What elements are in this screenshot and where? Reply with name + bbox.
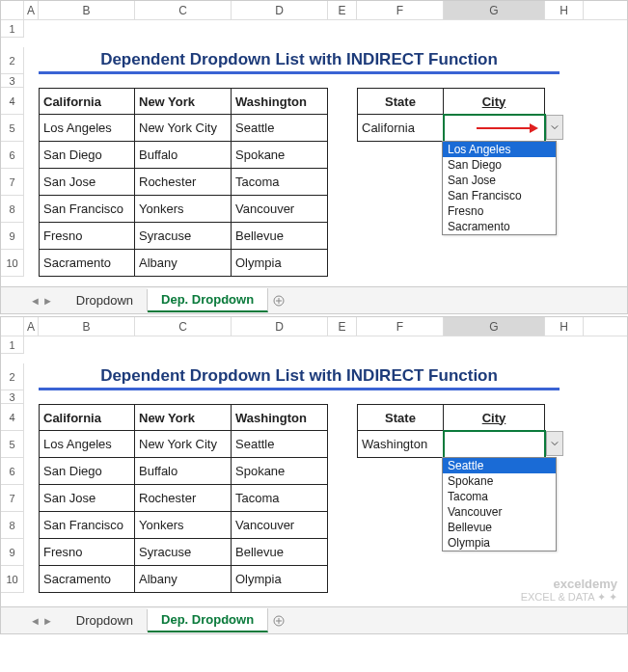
row-head-4[interactable]: 4 [1,88,24,115]
cell-B8[interactable]: San Francisco [39,512,135,539]
col-head-D[interactable]: D [232,317,328,336]
row-head-7[interactable]: 7 [1,485,24,512]
cell-B10[interactable]: Sacramento [39,566,135,593]
dropdown-option[interactable]: Olympia [443,535,556,551]
dropdown-list[interactable]: Seattle Spokane Tacoma Vancouver Bellevu… [442,457,557,551]
row-head-1[interactable]: 1 [1,20,24,38]
dropdown-option[interactable]: Tacoma [443,489,556,504]
cell-C8[interactable]: Yonkers [135,512,232,539]
src-header-california[interactable]: California [39,404,135,431]
cell-D5[interactable]: Seattle [232,115,328,142]
cell-B5[interactable]: Los Angeles [39,115,135,142]
col-head-H[interactable]: H [545,317,584,336]
row-head-8[interactable]: 8 [1,512,24,539]
dropdown-option[interactable]: San Jose [443,173,556,188]
lookup-header-city[interactable]: City [444,404,545,431]
row-head-9[interactable]: 9 [1,539,24,566]
cell-D7[interactable]: Tacoma [232,485,328,512]
col-head-H[interactable]: H [545,1,584,19]
col-head-E[interactable]: E [328,1,357,19]
cell-C9[interactable]: Syracuse [135,223,232,250]
cell-D10[interactable]: Olympia [232,250,328,277]
add-sheet-button[interactable] [268,615,289,627]
col-head-G[interactable]: G [444,317,545,336]
dropdown-option[interactable]: Fresno [443,203,556,219]
row-head-2[interactable]: 2 [1,47,24,74]
col-head-D[interactable]: D [232,1,328,19]
cell-D6[interactable]: Spokane [232,458,328,485]
cell-D9[interactable]: Bellevue [232,539,328,566]
cell-D8[interactable]: Vancouver [232,196,328,223]
row-head-6[interactable]: 6 [1,458,24,485]
row-head-3[interactable]: 3 [1,390,24,404]
add-sheet-button[interactable] [268,295,289,307]
dropdown-option[interactable]: Sacramento [443,219,556,234]
src-header-california[interactable]: California [39,88,135,115]
cell-D9[interactable]: Bellevue [232,223,328,250]
lookup-header-state[interactable]: State [357,88,444,115]
select-all-corner[interactable] [1,1,24,19]
dropdown-list[interactable]: Los Angeles San Diego San Jose San Franc… [442,141,557,235]
state-value-cell[interactable]: Washington [357,431,444,458]
row-head-3[interactable]: 3 [1,74,24,88]
src-header-washington[interactable]: Washington [232,404,328,431]
cell-C8[interactable]: Yonkers [135,196,232,223]
cell-C7[interactable]: Rochester [135,169,232,196]
tab-dropdown[interactable]: Dropdown [63,289,148,311]
dropdown-option[interactable]: Spokane [443,473,556,489]
cell-B7[interactable]: San Jose [39,169,135,196]
row-head-5[interactable]: 5 [1,431,24,458]
cell[interactable] [24,20,39,38]
cell-D10[interactable]: Olympia [232,566,328,593]
tab-dep-dropdown[interactable]: Dep. Dropdown [148,288,268,312]
row-head-8[interactable]: 8 [1,196,24,223]
cell-B9[interactable]: Fresno [39,539,135,566]
select-all-corner[interactable] [1,317,24,336]
col-head-A[interactable]: A [24,317,39,336]
cell-C9[interactable]: Syracuse [135,539,232,566]
lookup-header-state[interactable]: State [357,404,444,431]
cell-D8[interactable]: Vancouver [232,512,328,539]
cell-B5[interactable]: Los Angeles [39,431,135,458]
dropdown-option[interactable]: Bellevue [443,520,556,535]
col-head-E[interactable]: E [328,317,357,336]
cell-D7[interactable]: Tacoma [232,169,328,196]
dropdown-option[interactable]: San Francisco [443,188,556,203]
cell-C10[interactable]: Albany [135,566,232,593]
cell-C10[interactable]: Albany [135,250,232,277]
cell-C5[interactable]: New York City [135,115,232,142]
row-head-10[interactable]: 10 [1,566,24,593]
cell-C5[interactable]: New York City [135,431,232,458]
city-dropdown-cell[interactable]: Seattle Spokane Tacoma Vancouver Bellevu… [444,431,545,458]
src-header-newyork[interactable]: New York [135,404,232,431]
col-head-C[interactable]: C [135,317,232,336]
row-head-2[interactable]: 2 [1,363,24,390]
row-head-9[interactable]: 9 [1,223,24,250]
cell-B8[interactable]: San Francisco [39,196,135,223]
col-head-B[interactable]: B [39,317,135,336]
row-head-6[interactable]: 6 [1,142,24,169]
city-dropdown-cell[interactable]: Los Angeles San Diego San Jose San Franc… [444,115,545,142]
src-header-washington[interactable]: Washington [232,88,328,115]
cell-D5[interactable]: Seattle [232,431,328,458]
row-head-1[interactable]: 1 [1,336,24,354]
tab-dropdown[interactable]: Dropdown [63,609,148,632]
row-head-7[interactable]: 7 [1,169,24,196]
tab-nav-prev-icon[interactable]: ◄ [30,615,41,627]
cell[interactable] [24,47,39,74]
tab-nav-next-icon[interactable]: ► [42,615,53,627]
dropdown-button[interactable] [546,431,563,456]
cell-B7[interactable]: San Jose [39,485,135,512]
dropdown-option[interactable]: San Diego [443,157,556,173]
col-head-F[interactable]: F [357,317,444,336]
dropdown-button[interactable] [546,115,563,140]
tab-dep-dropdown[interactable]: Dep. Dropdown [148,608,268,632]
dropdown-option[interactable]: Seattle [443,458,556,473]
col-head-A[interactable]: A [24,1,39,19]
row-head-4[interactable]: 4 [1,404,24,431]
tab-nav-prev-icon[interactable]: ◄ [30,295,41,307]
state-value-cell[interactable]: California [357,115,444,142]
lookup-header-city[interactable]: City [444,88,545,115]
dropdown-option[interactable]: Los Angeles [443,142,556,157]
row-head-5[interactable]: 5 [1,115,24,142]
